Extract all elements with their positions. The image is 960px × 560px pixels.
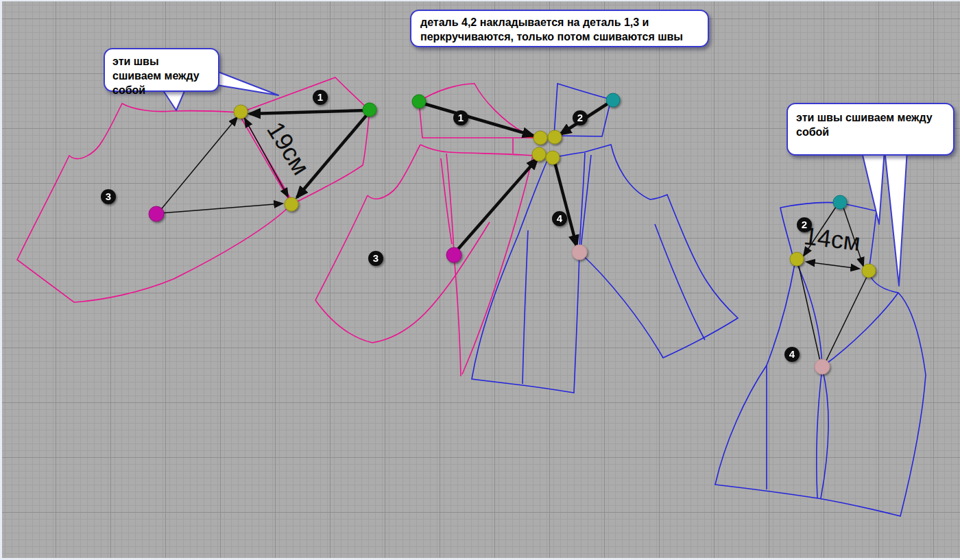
canvas-edge-left	[0, 0, 2, 560]
svg-text:2: 2	[802, 219, 807, 230]
svg-text:1: 1	[317, 91, 323, 103]
middle-group-pink-piece-1[interactable]	[419, 84, 540, 138]
svg-text:1: 1	[458, 112, 464, 123]
dot-yellow	[285, 197, 298, 211]
left-group-pink-piece-3[interactable]	[17, 104, 291, 302]
svg-text:4: 4	[789, 348, 795, 360]
dot-teal	[833, 195, 847, 209]
badge-1-left: 1	[313, 90, 328, 105]
left-callout-tail-long	[217, 71, 278, 95]
callout-right-text: эти швы сшиваем между собой	[796, 112, 933, 138]
badge-1-middle: 1	[453, 110, 468, 125]
badge-4-middle: 4	[552, 211, 567, 226]
middle-group-blue-piece-2[interactable]	[554, 84, 611, 136]
badge-2-middle: 2	[573, 110, 588, 125]
dot-rose	[815, 359, 830, 374]
dot-green	[412, 95, 426, 108]
dot-yellow	[533, 131, 547, 145]
dot-yellow	[234, 105, 248, 119]
dot-yellow	[532, 147, 546, 161]
right-callout-tail-long	[885, 149, 907, 286]
callout-left[interactable]: эти швы сшиваем между собой	[104, 48, 219, 92]
dot-green	[363, 103, 376, 117]
measure-arrow-14cm	[806, 262, 859, 269]
svg-text:3: 3	[373, 252, 379, 264]
dot-teal	[606, 93, 620, 107]
svg-text:2: 2	[577, 112, 583, 123]
dot-magenta	[446, 247, 461, 263]
dot-magenta	[149, 206, 164, 221]
callout-top[interactable]: деталь 4,2 накладывается на деталь 1,3 и…	[410, 10, 709, 47]
badge-3-middle: 3	[368, 251, 383, 266]
measurement-19cm: 19см	[261, 117, 315, 180]
middle-group-blue-piece-4[interactable]	[472, 145, 738, 393]
dot-yellow	[546, 151, 560, 165]
callout-right[interactable]: эти швы сшиваем между собой	[787, 103, 955, 156]
svg-text:3: 3	[106, 191, 111, 202]
dot-rose	[572, 245, 587, 260]
badge-2-right: 2	[797, 217, 812, 232]
callout-top-text: деталь 4,2 накладывается на деталь 1,3 и…	[420, 16, 683, 42]
badge-3-left: 3	[101, 189, 116, 204]
badge-4-right: 4	[784, 347, 800, 362]
piece-number-badges: 1 3 1 2 3 4 2 4	[101, 90, 812, 362]
dot-yellow	[862, 264, 876, 278]
svg-text:4: 4	[557, 212, 563, 224]
left-group-pink-piece-1[interactable]	[241, 77, 370, 204]
canvas-edge-top	[0, 0, 960, 1]
dot-yellow	[790, 252, 804, 266]
right-callout-tail-short	[861, 149, 885, 224]
callout-left-text: эти швы сшиваем между собой	[112, 56, 200, 96]
dot-yellow	[548, 130, 562, 144]
